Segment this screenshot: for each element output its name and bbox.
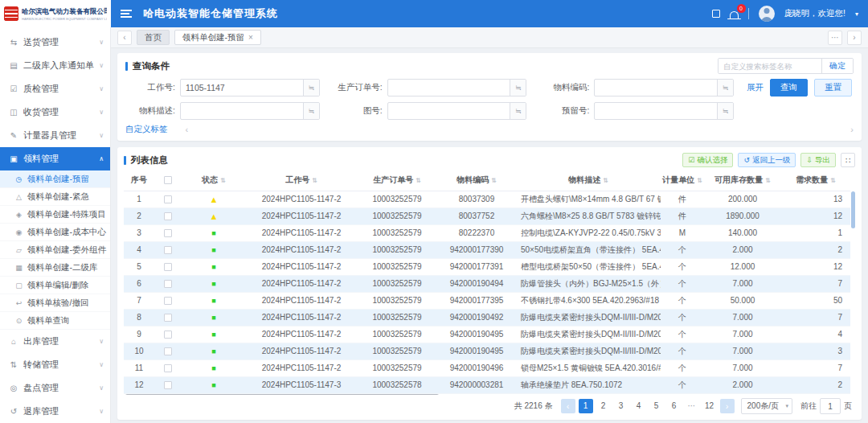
column-header[interactable]: 物料描述 ⇅ bbox=[516, 170, 661, 191]
row-checkbox[interactable] bbox=[164, 297, 172, 305]
page-size-select[interactable]: 200条/页 ▾ bbox=[741, 398, 792, 414]
sidebar-subitem[interactable]: ▱ 领料单创建-委外组件 bbox=[0, 241, 110, 259]
sidebar-subitem[interactable]: ▦ 领料单创建-二级库 bbox=[0, 259, 110, 277]
page-button[interactable]: 4 bbox=[632, 399, 646, 413]
vertical-scrollbar[interactable] bbox=[851, 191, 855, 392]
collapse-sidebar-icon[interactable] bbox=[121, 10, 132, 18]
batch-input-icon[interactable]: ≒ bbox=[717, 80, 733, 96]
confirm-select-button[interactable]: ☑ 确认选择 bbox=[682, 153, 733, 167]
table-row[interactable]: 11 ■ 2024HPC1105-1147-2 10003252579 9420… bbox=[124, 359, 850, 376]
batch-input-icon[interactable]: ≒ bbox=[717, 103, 733, 119]
sort-icon[interactable]: ⇅ bbox=[491, 177, 497, 184]
sidebar-subitem[interactable]: ◷ 领料单创建-预留 bbox=[0, 170, 110, 188]
table-row[interactable]: 7 ■ 2024HPC1105-1147-2 10003252579 94200… bbox=[124, 292, 850, 309]
batch-input-icon[interactable]: ≒ bbox=[303, 80, 319, 96]
sidebar-item[interactable]: ◫ 收货管理 ∨ bbox=[0, 101, 110, 124]
row-checkbox[interactable] bbox=[164, 246, 172, 254]
row-checkbox[interactable] bbox=[164, 195, 172, 203]
table-row[interactable]: 3 ■ 2024HPC1105-1147-2 10003252579 80222… bbox=[124, 224, 850, 241]
page-button[interactable]: 3 bbox=[614, 399, 628, 413]
tab-领料单创建-预留[interactable]: 领料单创建-预留× bbox=[174, 30, 261, 45]
sidebar-item[interactable]: ◎ 盘点管理 ∨ bbox=[0, 376, 110, 400]
select-all-checkbox[interactable] bbox=[154, 170, 182, 191]
field-input[interactable]: ≒ bbox=[387, 102, 527, 120]
row-checkbox[interactable] bbox=[164, 364, 172, 372]
table-row[interactable]: 9 ■ 2024HPC1105-1147-2 10003252579 94200… bbox=[124, 326, 850, 343]
row-checkbox[interactable] bbox=[164, 263, 172, 271]
page-button[interactable]: 5 bbox=[649, 399, 664, 413]
row-checkbox[interactable] bbox=[164, 229, 172, 237]
sidebar-item[interactable]: ▣ 领料管理 ∧ bbox=[0, 147, 110, 170]
table-row[interactable]: 1 ▲ 2024HPC1105-1147-2 10003252579 80037… bbox=[124, 191, 850, 207]
table-row[interactable]: 4 ■ 2024HPC1105-1147-2 10003252579 94200… bbox=[124, 241, 850, 258]
sidebar-item[interactable]: ⌂ 出库管理 ∨ bbox=[0, 330, 110, 353]
sort-icon[interactable]: ⇅ bbox=[830, 177, 836, 184]
expand-link[interactable]: 展开 bbox=[747, 82, 764, 93]
sidebar-item[interactable]: ☑ 质检管理 ∨ bbox=[0, 77, 110, 101]
column-header[interactable]: 生产订单号 ⇅ bbox=[357, 170, 437, 191]
tag-name-input[interactable] bbox=[719, 59, 821, 73]
fullscreen-icon[interactable] bbox=[712, 10, 720, 18]
sidebar-subitem[interactable]: ↩ 领料单核验/撤回 bbox=[0, 294, 110, 312]
back-button[interactable]: ↺ 返回上一级 bbox=[738, 153, 796, 167]
tabs-more-icon[interactable]: ⋯ bbox=[828, 31, 842, 45]
field-input[interactable]: ≒ bbox=[387, 79, 527, 97]
sidebar-item[interactable]: ⇅ 转储管理 ∨ bbox=[0, 353, 110, 376]
column-header[interactable]: 计量单位 ⇅ bbox=[661, 170, 704, 191]
column-header[interactable]: 物料编码 ⇅ bbox=[437, 170, 516, 191]
field-input[interactable]: ≒ bbox=[594, 102, 734, 120]
row-checkbox[interactable] bbox=[164, 280, 172, 288]
goto-page-input[interactable] bbox=[820, 398, 841, 414]
page-button[interactable]: 1 bbox=[579, 399, 593, 413]
sort-icon[interactable]: ⇅ bbox=[697, 177, 702, 184]
tabs-scroll-right-icon[interactable]: › bbox=[847, 31, 862, 45]
tab-首页[interactable]: 首页 bbox=[137, 30, 170, 45]
notification-bell[interactable]: 0 bbox=[730, 9, 739, 18]
table-row[interactable]: 6 ■ 2024HPC1105-1147-2 10003252579 94200… bbox=[124, 275, 850, 292]
close-icon[interactable]: × bbox=[248, 33, 253, 42]
table-row[interactable]: 8 ■ 2024HPC1105-1147-2 10003252579 94200… bbox=[124, 309, 850, 326]
prev-page-button[interactable]: ‹ bbox=[561, 399, 575, 413]
next-page-button[interactable]: › bbox=[720, 399, 735, 413]
row-checkbox[interactable] bbox=[164, 381, 172, 389]
field-input[interactable]: 1105-1147 ≒ bbox=[180, 79, 320, 97]
sidebar-item[interactable]: ✎ 计量器具管理 ∨ bbox=[0, 124, 110, 147]
table-row[interactable]: 5 ■ 2024HPC1105-1147-2 10003252579 94200… bbox=[124, 258, 850, 275]
table-row[interactable]: 12 ■ 2024HPC1105-1147-3 10003252578 9420… bbox=[124, 376, 850, 393]
tag-confirm-button[interactable]: 确定 bbox=[821, 59, 853, 73]
user-menu-caret-icon[interactable]: ▾ bbox=[855, 10, 858, 18]
tags-scroll-left-icon[interactable]: ‹ bbox=[186, 125, 189, 134]
sidebar-item[interactable]: ▤ 二级库入库通知单 ∨ bbox=[0, 54, 110, 77]
sidebar-subitem[interactable]: △ 领料单创建-紧急 bbox=[0, 188, 110, 206]
row-checkbox[interactable] bbox=[164, 347, 172, 355]
sidebar-item[interactable]: ⇆ 送货管理 ∨ bbox=[0, 31, 110, 54]
field-input[interactable]: ≒ bbox=[594, 79, 734, 97]
column-header[interactable]: 需求数量 ⇅ bbox=[781, 170, 850, 191]
page-button[interactable]: 6 bbox=[667, 399, 682, 413]
avatar[interactable] bbox=[759, 6, 775, 22]
sort-icon[interactable]: ⇅ bbox=[312, 177, 317, 184]
sort-icon[interactable]: ⇅ bbox=[220, 177, 226, 184]
search-button[interactable]: 查询 bbox=[770, 79, 808, 97]
field-input[interactable]: ≒ bbox=[180, 102, 320, 120]
export-button[interactable]: ⇩ 导出 bbox=[800, 153, 836, 167]
sort-icon[interactable]: ⇅ bbox=[416, 177, 421, 184]
row-checkbox[interactable] bbox=[164, 314, 172, 322]
batch-input-icon[interactable]: ≒ bbox=[303, 103, 319, 119]
column-header[interactable]: 可用库存数量 ⇅ bbox=[704, 170, 781, 191]
tags-scroll-right-icon[interactable]: › bbox=[850, 125, 854, 134]
reset-button[interactable]: 重置 bbox=[814, 79, 852, 97]
sidebar-subitem[interactable]: ◉ 领料单创建-成本中心 bbox=[0, 224, 110, 241]
sidebar-subitem[interactable]: ▢ 领料单编辑/删除 bbox=[0, 277, 110, 294]
custom-tag-link[interactable]: 自定义标签 bbox=[125, 124, 168, 135]
sidebar-item[interactable]: ↺ 退库管理 ∨ bbox=[0, 400, 110, 423]
batch-input-icon[interactable]: ≒ bbox=[510, 80, 526, 96]
table-row[interactable]: 2 ▲ 2024HPC1105-1147-2 10003252579 80037… bbox=[124, 207, 850, 224]
sidebar-subitem[interactable]: ◈ 领料单创建-特殊项目 bbox=[0, 206, 110, 224]
column-header[interactable]: 工作号 ⇅ bbox=[246, 170, 357, 191]
sidebar-subitem[interactable]: ⊙ 领料单查询 bbox=[0, 312, 110, 330]
row-checkbox[interactable] bbox=[164, 331, 172, 339]
column-settings-icon[interactable]: ∷ bbox=[841, 153, 855, 167]
sort-icon[interactable]: ⇅ bbox=[765, 177, 771, 184]
column-header[interactable]: 状态 ⇅ bbox=[182, 170, 246, 191]
